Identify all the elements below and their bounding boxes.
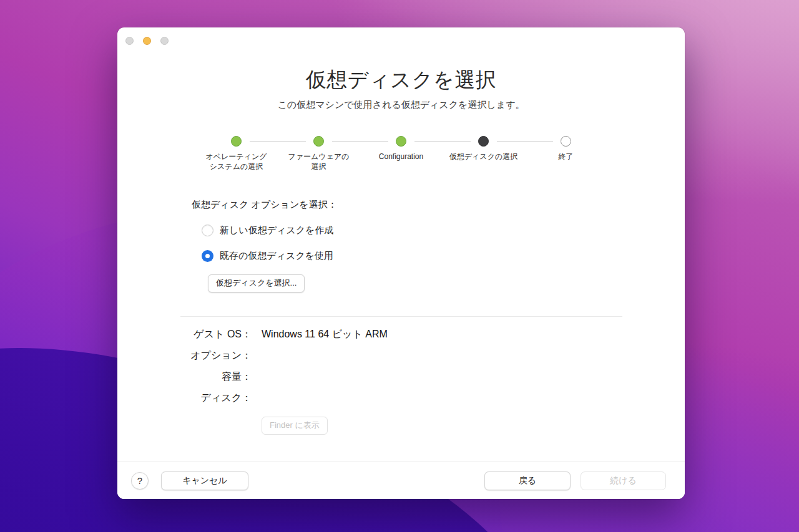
step-dot-upcoming bbox=[561, 136, 571, 147]
wizard-stepper: オペレーティング システムの選択 ファームウェアの 選択 Configurati… bbox=[195, 136, 607, 172]
summary-row-disk: ディスク： bbox=[117, 392, 685, 413]
cancel-button[interactable]: キャンセル bbox=[161, 472, 248, 490]
step-label: Configuration bbox=[379, 152, 423, 162]
disk-options-section: 仮想ディスク オプションを選択： 新しい仮想ディスクを作成 既存の仮想ディスクを… bbox=[117, 199, 685, 293]
radio-create-new-disk[interactable]: 新しい仮想ディスクを作成 bbox=[192, 225, 685, 236]
step-label: ファームウェアの 選択 bbox=[288, 152, 350, 172]
radio-label: 既存の仮想ディスクを使用 bbox=[220, 250, 333, 262]
show-in-finder-button: Finder に表示 bbox=[262, 417, 328, 435]
step-finish: 終了 bbox=[525, 136, 607, 172]
summary-label: 容量： bbox=[117, 370, 252, 384]
summary-row-guest-os: ゲスト OS： Windows 11 64 ビット ARM bbox=[117, 328, 685, 349]
help-button[interactable]: ? bbox=[131, 472, 149, 490]
footer-bar: ? キャンセル 戻る 続ける bbox=[117, 462, 685, 499]
summary-label: ゲスト OS： bbox=[117, 328, 252, 341]
radio-unselected-icon[interactable] bbox=[202, 225, 213, 236]
step-dot-done bbox=[396, 136, 406, 147]
continue-button: 続ける bbox=[581, 472, 666, 490]
summary-value: Windows 11 64 ビット ARM bbox=[262, 328, 388, 341]
summary-row-options: オプション： bbox=[117, 349, 685, 370]
back-button[interactable]: 戻る bbox=[484, 472, 571, 490]
window-controls bbox=[125, 37, 169, 45]
summary-label: ディスク： bbox=[117, 392, 252, 405]
zoom-button[interactable] bbox=[160, 37, 169, 45]
minimize-button[interactable] bbox=[143, 37, 151, 45]
radio-use-existing-disk[interactable]: 既存の仮想ディスクを使用 bbox=[192, 250, 685, 262]
step-label: 終了 bbox=[559, 152, 574, 162]
radio-label: 新しい仮想ディスクを作成 bbox=[220, 225, 333, 236]
close-button[interactable] bbox=[125, 37, 134, 45]
disk-options-heading: 仮想ディスク オプションを選択： bbox=[192, 199, 685, 211]
step-dot-done bbox=[313, 136, 324, 147]
step-dot-done bbox=[231, 136, 242, 147]
vm-summary-section: ゲスト OS： Windows 11 64 ビット ARM オプション： 容量：… bbox=[117, 328, 685, 435]
section-divider bbox=[180, 316, 622, 317]
step-dot-current bbox=[478, 136, 489, 147]
summary-label: オプション： bbox=[117, 349, 252, 362]
choose-virtual-disk-button[interactable]: 仮想ディスクを選択... bbox=[208, 274, 305, 293]
vm-wizard-window: 仮想ディスクを選択 この仮想マシンで使用される仮想ディスクを選択します。 オペレ… bbox=[117, 27, 685, 499]
page-subtitle: この仮想マシンで使用される仮想ディスクを選択します。 bbox=[117, 99, 685, 111]
summary-row-capacity: 容量： bbox=[117, 370, 685, 392]
page-title: 仮想ディスクを選択 bbox=[117, 66, 685, 94]
radio-selected-icon[interactable] bbox=[202, 250, 213, 262]
step-label: 仮想ディスクの選択 bbox=[449, 152, 517, 162]
step-label: オペレーティング システムの選択 bbox=[206, 152, 267, 172]
